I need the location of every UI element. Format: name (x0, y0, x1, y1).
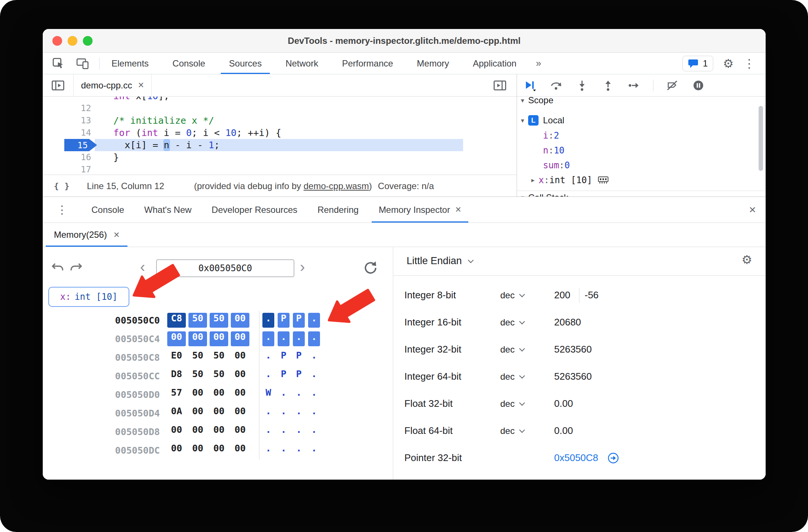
toggle-navigator-icon[interactable] (51, 79, 65, 92)
memory-byte[interactable]: 00 (231, 369, 249, 383)
memory-byte[interactable]: 00 (231, 350, 249, 365)
memory-ascii-char[interactable]: . (293, 406, 305, 421)
overflow-menu-icon[interactable]: ⋮ (743, 58, 755, 69)
memory-byte[interactable]: 50 (188, 369, 207, 383)
resume-script-icon[interactable] (523, 79, 537, 92)
memory-ascii-char[interactable]: P (278, 350, 290, 365)
pretty-print-icon[interactable]: { } (54, 181, 70, 191)
scope-local-header[interactable]: ▼ L Local (517, 114, 766, 127)
format-dropdown[interactable]: dec (500, 417, 523, 444)
step-icon[interactable] (627, 79, 641, 92)
step-into-icon[interactable] (575, 79, 589, 92)
memory-byte[interactable]: 00 (188, 387, 207, 402)
gutter-line-16[interactable]: 16 (43, 151, 95, 163)
memory-byte[interactable]: 00 (231, 331, 249, 346)
pointer-value-link[interactable]: 0x5050C8 (554, 444, 598, 471)
memory-byte[interactable]: 00 (210, 443, 228, 458)
gutter-line-14[interactable]: 14 (43, 127, 95, 139)
code-editor[interactable]: 15 int x[10]; 12 13 /* initialize x */ (43, 97, 517, 175)
device-toolbar-icon[interactable] (75, 57, 90, 70)
toggle-debugger-sidebar-icon[interactable] (493, 79, 507, 92)
memory-byte[interactable]: 00 (188, 424, 207, 439)
close-file-tab-icon[interactable]: × (138, 80, 144, 90)
memory-ascii-char[interactable]: . (278, 406, 290, 421)
memory-byte[interactable]: 00 (231, 443, 249, 458)
memory-byte[interactable]: 00 (167, 443, 186, 458)
drawer-tab-developer-resources[interactable]: Developer Resources (201, 197, 307, 223)
undo-icon[interactable] (51, 261, 64, 275)
memory-ascii-char[interactable]: P (293, 350, 305, 365)
memory-byte[interactable]: 0A (167, 406, 186, 421)
inspect-element-icon[interactable] (52, 57, 66, 70)
memory-byte[interactable]: D8 (167, 369, 186, 383)
memory-ascii-char[interactable]: . (308, 369, 320, 383)
format-dropdown[interactable]: dec (500, 363, 523, 390)
memory-ascii-char[interactable]: . (308, 387, 320, 402)
close-drawer-tab-icon[interactable]: × (455, 205, 461, 215)
minimize-window-button[interactable] (68, 36, 77, 46)
memory-byte[interactable]: 00 (210, 406, 228, 421)
close-drawer-icon[interactable]: × (749, 203, 756, 217)
tab-memory[interactable]: Memory (405, 53, 461, 74)
step-out-icon[interactable] (601, 79, 615, 92)
memory-ascii-char[interactable]: . (293, 443, 305, 458)
memory-address-input[interactable] (156, 259, 294, 277)
memory-tab[interactable]: Memory(256) × (43, 223, 130, 247)
format-dropdown[interactable]: dec (500, 282, 523, 309)
memory-ascii-char[interactable]: P (278, 313, 290, 328)
scrollbar-thumb[interactable] (759, 106, 763, 171)
memory-ascii-char[interactable]: P (293, 313, 305, 328)
file-tab-demo-cpp[interactable]: demo-cpp.cc × (73, 74, 152, 96)
memory-ascii-char[interactable]: . (262, 331, 274, 346)
memory-ascii-char[interactable]: W (262, 387, 274, 402)
tab-console[interactable]: Console (161, 53, 217, 74)
drawer-tab-rendering[interactable]: Rendering (307, 197, 369, 223)
memory-ascii-char[interactable]: . (308, 350, 320, 365)
highlighted-variable-n[interactable]: n (164, 140, 169, 150)
memory-ascii-char[interactable]: . (308, 313, 320, 328)
memory-ascii-char[interactable]: . (262, 313, 274, 328)
memory-byte[interactable]: 00 (231, 387, 249, 402)
scope-variable-n[interactable]: n: 10 (517, 143, 766, 158)
memory-ascii-char[interactable]: . (262, 424, 274, 439)
memory-ascii-char[interactable]: . (262, 369, 274, 383)
memory-ascii-char[interactable]: . (278, 424, 290, 439)
zoom-window-button[interactable] (83, 36, 93, 46)
memory-byte[interactable]: 50 (188, 313, 207, 328)
tab-network[interactable]: Network (274, 53, 330, 74)
memory-ascii-char[interactable]: . (278, 443, 290, 458)
memory-ascii-char[interactable]: . (278, 387, 290, 402)
memory-ascii-char[interactable]: . (308, 443, 320, 458)
drawer-tab-memory-inspector[interactable]: Memory Inspector × (369, 197, 471, 223)
redo-icon[interactable] (70, 261, 83, 275)
previous-page-icon[interactable]: ‹ (140, 259, 145, 274)
scope-section-header[interactable]: ▼ Scope (517, 97, 766, 107)
memory-byte[interactable]: 50 (210, 350, 228, 365)
memory-byte[interactable]: 50 (188, 350, 207, 365)
format-dropdown[interactable]: dec (500, 336, 523, 363)
console-messages-button[interactable]: 1 (682, 56, 713, 71)
format-dropdown[interactable]: dec (500, 390, 523, 417)
gutter-line-12[interactable]: 12 (43, 102, 95, 114)
memory-ascii-char[interactable]: . (308, 424, 320, 439)
interpreter-settings-gear-icon[interactable]: ⚙ (741, 254, 752, 266)
tab-elements[interactable]: Elements (100, 53, 161, 74)
step-over-icon[interactable] (549, 79, 563, 92)
memory-ascii-char[interactable]: . (308, 331, 320, 346)
endianness-dropdown[interactable]: Little Endian (407, 255, 472, 267)
deactivate-breakpoints-icon[interactable] (665, 79, 679, 92)
reveal-in-memory-inspector-icon[interactable] (598, 175, 609, 185)
memory-byte[interactable]: 00 (188, 443, 207, 458)
memory-byte[interactable]: 00 (210, 331, 228, 346)
close-window-button[interactable] (52, 36, 62, 46)
memory-byte[interactable]: 00 (210, 387, 228, 402)
memory-byte[interactable]: C8 (167, 313, 186, 328)
memory-byte[interactable]: 57 (167, 387, 186, 402)
pause-on-exceptions-icon[interactable] (691, 79, 705, 92)
tab-application[interactable]: Application (461, 53, 528, 74)
memory-byte[interactable]: 00 (210, 424, 228, 439)
format-dropdown[interactable]: dec (500, 309, 523, 336)
more-tabs-button[interactable]: » (529, 53, 549, 74)
memory-ascii-char[interactable]: . (262, 350, 274, 365)
gutter-line-13[interactable]: 13 (43, 114, 95, 127)
